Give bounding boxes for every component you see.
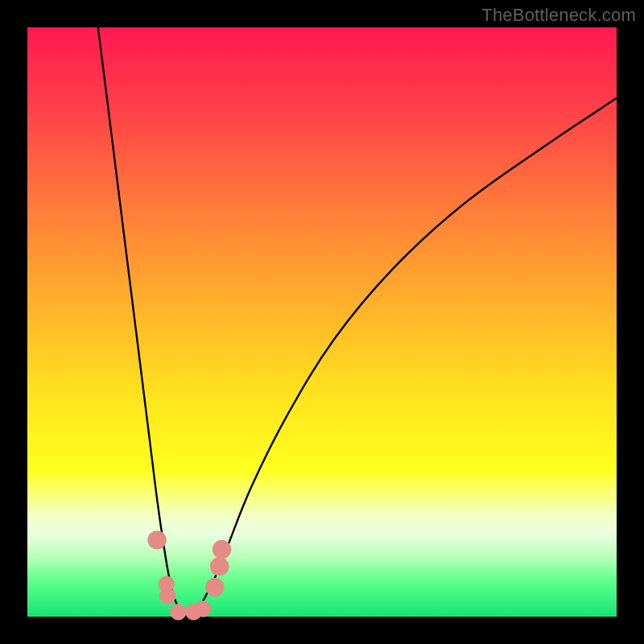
data-marker [213,540,231,559]
marker-layer [147,530,231,620]
watermark-text: TheBottleneck.com [481,5,636,26]
data-marker [210,557,229,576]
data-marker [147,530,166,549]
chart-svg [27,27,617,617]
data-marker [159,588,175,604]
data-marker [195,601,211,617]
data-marker [205,578,224,597]
data-marker [170,604,186,620]
bottleneck-curve [98,27,617,617]
plot-area [27,27,617,617]
chart-frame: TheBottleneck.com [0,0,644,644]
